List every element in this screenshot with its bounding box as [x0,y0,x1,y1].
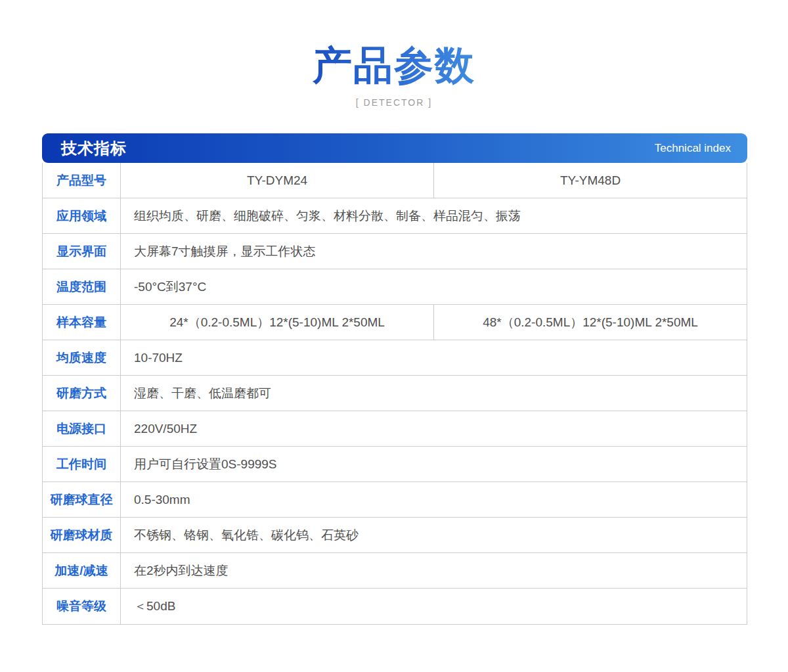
spec-row-label: 温度范围 [43,269,121,304]
spec-row-label: 工作时间 [43,447,121,482]
spec-row-cells: ＜50dB [121,589,747,624]
spec-cell: -50°C到37°C [121,269,747,304]
spec-row-cells: 组织均质、研磨、细胞破碎、匀浆、材料分散、制备、样品混匀、振荡 [121,198,747,233]
spec-table-row: 均质速度10-70HZ [43,340,747,376]
spec-cell: 220V/50HZ [121,411,747,446]
spec-table: 产品型号TY-DYM24TY-YM48D应用领域组织均质、研磨、细胞破碎、匀浆、… [42,163,747,625]
spec-row-label: 显示界面 [43,234,121,269]
panel-header-title-zh: 技术指标 [42,138,127,159]
spec-cell: 组织均质、研磨、细胞破碎、匀浆、材料分散、制备、样品混匀、振荡 [121,198,747,233]
spec-row-cells: TY-DYM24TY-YM48D [121,163,747,198]
spec-cell: 用户可自行设置0S-9999S [121,447,747,482]
title-block: 产品参数 [ DETECTOR ] [0,0,788,108]
spec-row-cells: 10-70HZ [121,340,747,375]
spec-table-row: 电源接口220V/50HZ [43,411,747,447]
spec-row-cells: 大屏幕7寸触摸屏，显示工作状态 [121,234,747,269]
spec-table-row: 研磨球直径0.5-30mm [43,482,747,518]
spec-cell: ＜50dB [121,589,747,624]
spec-row-label: 均质速度 [43,340,121,375]
spec-row-label: 样本容量 [43,305,121,340]
spec-row-cells: 不锈钢、铬钢、氧化锆、碳化钨、石英砂 [121,518,747,552]
page-subtitle: [ DETECTOR ] [0,97,788,108]
spec-row-cells: 24*（0.2-0.5ML）12*(5-10)ML 2*50ML48*（0.2-… [121,305,747,340]
spec-table-row: 噪音等级＜50dB [43,589,747,624]
product-parameters-page: 产品参数 [ DETECTOR ] 技术指标 Technical index 产… [0,0,788,672]
spec-table-row: 工作时间用户可自行设置0S-9999S [43,447,747,482]
spec-table-row: 温度范围-50°C到37°C [43,269,747,305]
spec-cell: TY-YM48D [433,163,747,198]
spec-row-label: 电源接口 [43,411,121,446]
panel-header-title-en: Technical index [655,142,747,155]
spec-table-row: 显示界面大屏幕7寸触摸屏，显示工作状态 [43,234,747,269]
spec-table-row: 加速/减速在2秒内到达速度 [43,553,747,589]
spec-row-cells: 湿磨、干磨、低温磨都可 [121,376,747,411]
spec-row-cells: -50°C到37°C [121,269,747,304]
spec-table-row: 研磨方式湿磨、干磨、低温磨都可 [43,376,747,411]
spec-cell: 0.5-30mm [121,482,747,517]
spec-row-cells: 220V/50HZ [121,411,747,446]
page-title: 产品参数 [313,43,475,87]
spec-row-label: 研磨方式 [43,376,121,411]
spec-cell: 10-70HZ [121,340,747,375]
spec-row-label: 产品型号 [43,163,121,198]
spec-cell: 在2秒内到达速度 [121,553,747,588]
spec-row-cells: 在2秒内到达速度 [121,553,747,588]
spec-cell: 24*（0.2-0.5ML）12*(5-10)ML 2*50ML [121,305,433,340]
spec-table-row: 应用领域组织均质、研磨、细胞破碎、匀浆、材料分散、制备、样品混匀、振荡 [43,198,747,234]
spec-row-cells: 0.5-30mm [121,482,747,517]
spec-row-label: 加速/减速 [43,553,121,588]
spec-table-row: 产品型号TY-DYM24TY-YM48D [43,163,747,198]
spec-table-row: 样本容量24*（0.2-0.5ML）12*(5-10)ML 2*50ML48*（… [43,305,747,340]
technical-index-panel: 技术指标 Technical index 产品型号TY-DYM24TY-YM48… [42,133,747,625]
spec-cell: TY-DYM24 [121,163,433,198]
spec-cell: 不锈钢、铬钢、氧化锆、碳化钨、石英砂 [121,518,747,552]
spec-row-label: 应用领域 [43,198,121,233]
spec-row-label: 研磨球材质 [43,518,121,552]
panel-header-bar: 技术指标 Technical index [42,133,747,163]
spec-cell: 湿磨、干磨、低温磨都可 [121,376,747,411]
spec-row-label: 研磨球直径 [43,482,121,517]
spec-cell: 48*（0.2-0.5ML）12*(5-10)ML 2*50ML [433,305,747,340]
spec-cell: 大屏幕7寸触摸屏，显示工作状态 [121,234,747,269]
spec-row-label: 噪音等级 [43,589,121,624]
spec-row-cells: 用户可自行设置0S-9999S [121,447,747,482]
spec-table-row: 研磨球材质不锈钢、铬钢、氧化锆、碳化钨、石英砂 [43,518,747,553]
